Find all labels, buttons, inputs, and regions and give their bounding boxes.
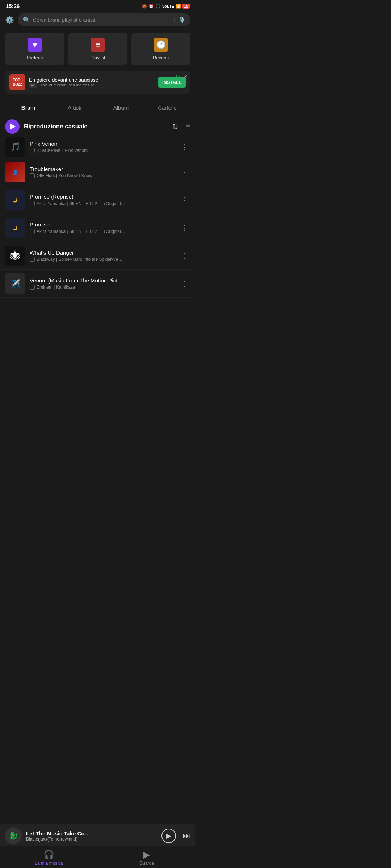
song-meta-troublemaker: Olly Murs | You Know I Know — [30, 173, 175, 178]
song-title-troublemaker: Troublemaker — [30, 166, 175, 172]
song-meta-pink-venom: BLACKPINK | Pink Venom — [30, 148, 175, 153]
song-info-venom: Venom (Music From The Motion Pict… Emine… — [30, 277, 175, 290]
song-info-pink-venom: Pink Venom BLACKPINK | Pink Venom — [30, 141, 175, 153]
mute-icon: 🔕 — [142, 4, 147, 9]
filter2-icon[interactable]: ≡ — [186, 123, 190, 131]
song-more-promise[interactable]: ⋮ — [179, 222, 190, 234]
playlist-icon: ≡ — [91, 38, 105, 52]
song-info-promise: Promise Akira Yamaoka | SILENT HILL2 （Or… — [30, 221, 175, 235]
song-dl-icon-p — [30, 229, 35, 234]
ad-badge: AD — [29, 83, 37, 88]
sort-icon[interactable]: ⇅ — [172, 122, 178, 131]
song-meta-promise: Akira Yamaoka | SILENT HILL2 （Original… — [30, 229, 175, 235]
play-triangle-icon — [10, 123, 16, 130]
alarm-icon: ⏰ — [148, 4, 154, 9]
song-dl-icon — [30, 148, 35, 153]
tab-cartelle[interactable]: Cartelle — [144, 102, 190, 114]
song-item-troublemaker[interactable]: 👤 Troublemaker Olly Murs | You Know I Kn… — [0, 158, 196, 186]
search-container: ⚙️ 🔍 Cerca brani, playlist e artisti | 🎙… — [0, 10, 196, 29]
headphone-icon: 🎧 — [155, 4, 161, 9]
song-info-promise-reprise: Promise (Reprise) Akira Yamaoka | SILENT… — [30, 193, 175, 207]
quick-access: ♥ Preferiti ≡ Playlist 🕐 Recenti — [0, 29, 196, 69]
song-dl-icon-v — [30, 285, 35, 290]
song-artist-venom: Eminem | Kamikaze — [37, 285, 75, 290]
song-artist-promise: Akira Yamaoka | SILENT HILL2 （Original… — [37, 229, 125, 235]
quick-access-playlist[interactable]: ≡ Playlist — [68, 33, 127, 65]
tab-artisti[interactable]: Artisti — [51, 102, 98, 114]
preferiti-icon: ♥ — [28, 38, 42, 52]
search-divider: | — [174, 17, 175, 23]
song-title-pink-venom: Pink Venom — [30, 141, 175, 147]
playlist-label: Playlist — [90, 55, 105, 60]
song-item-promise-reprise[interactable]: 🌙 Promise (Reprise) Akira Yamaoka | SILE… — [0, 186, 196, 214]
song-thumb-venom: ✈️ — [5, 273, 25, 294]
song-item-whats-up-danger[interactable]: 🕷 What's Up Danger Blackway | Spider-Man… — [0, 242, 196, 270]
song-title-promise-reprise: Promise (Reprise) — [30, 193, 175, 200]
song-thumb-promise-reprise: 🌙 — [5, 190, 25, 210]
song-title-venom: Venom (Music From The Motion Pict… — [30, 277, 175, 284]
song-artist-troublemaker: Olly Murs | You Know I Know — [37, 173, 92, 178]
song-title-whats-up: What's Up Danger — [30, 250, 175, 256]
song-thumb-pink-venom: 🎵 — [5, 137, 25, 157]
song-thumb-whats-up: 🕷 — [5, 246, 25, 266]
search-bar[interactable]: 🔍 Cerca brani, playlist e artisti | 🎙️ — [18, 13, 190, 26]
ad-text: En galère devant une saucisse AD Drôle e… — [29, 77, 154, 88]
tab-brani[interactable]: Brani — [5, 102, 51, 114]
tabs: Brani Artisti Album Cartelle — [0, 97, 196, 114]
playback-header: Riproduzione casuale ⇅ ≡ — [0, 114, 196, 137]
filter-icon[interactable]: ⚙️ — [5, 16, 14, 24]
song-artist-promise-reprise: Akira Yamaoka | SILENT HILL2 （Original… — [37, 201, 125, 207]
song-meta-venom: Eminem | Kamikaze — [30, 285, 175, 290]
quick-access-recenti[interactable]: 🕐 Recenti — [131, 33, 190, 65]
volte-icon: VoLTE — [162, 4, 174, 8]
song-title-promise: Promise — [30, 221, 175, 227]
song-list: 🎵 Pink Venom BLACKPINK | Pink Venom ⋮ 👤 … — [0, 137, 196, 298]
song-more-promise-reprise[interactable]: ⋮ — [179, 194, 190, 206]
song-info-troublemaker: Troublemaker Olly Murs | You Know I Know — [30, 166, 175, 178]
status-time: 15:26 — [6, 3, 20, 9]
song-dl-icon-tm — [30, 173, 35, 178]
quick-access-preferiti[interactable]: ♥ Preferiti — [5, 33, 64, 65]
ad-install-button[interactable]: INSTALL — [158, 77, 186, 88]
shuffle-play-button[interactable] — [5, 119, 20, 134]
recenti-label: Recenti — [153, 55, 169, 60]
song-more-pink-venom[interactable]: ⋮ — [179, 141, 190, 153]
song-item-pink-venom[interactable]: 🎵 Pink Venom BLACKPINK | Pink Venom ⋮ — [0, 137, 196, 158]
song-item-promise[interactable]: 🌙 Promise Akira Yamaoka | SILENT HILL2 （… — [0, 214, 196, 242]
battery-level: 15 — [182, 4, 190, 9]
song-dl-icon-pr — [30, 201, 35, 206]
search-icon: 🔍 — [23, 16, 30, 23]
ad-play-icon: ▷ — [176, 73, 180, 79]
song-thumb-promise: 🌙 — [5, 218, 25, 238]
song-meta-whats-up: Blackway | Spider-Man: Into the Spider-V… — [30, 257, 175, 262]
song-more-whats-up[interactable]: ⋮ — [179, 250, 190, 261]
ad-logo: TOPBUZZ — [9, 74, 25, 90]
song-artist-whats-up: Blackway | Spider-Man: Into the Spider-V… — [37, 257, 122, 262]
song-meta-promise-reprise: Akira Yamaoka | SILENT HILL2 （Original… — [30, 201, 175, 207]
song-dl-icon-wu — [30, 257, 35, 262]
status-bar: 15:26 🔕 ⏰ 🎧 VoLTE 📶 15 — [0, 0, 196, 10]
recenti-icon: 🕐 — [154, 38, 168, 52]
ad-title: En galère devant une saucisse — [29, 77, 154, 83]
mic-icon[interactable]: 🎙️ — [178, 16, 185, 23]
preferiti-label: Preferiti — [27, 55, 43, 60]
ad-close-button[interactable]: ✕ — [183, 73, 188, 80]
ad-subtitle: AD Drôle et mignon, ses maîtres so… — [29, 83, 154, 88]
ad-banner: TOPBUZZ En galère devant une saucisse AD… — [5, 71, 190, 94]
song-more-venom[interactable]: ⋮ — [179, 278, 190, 289]
song-thumb-troublemaker: 👤 — [5, 162, 25, 182]
song-artist-pink-venom: BLACKPINK | Pink Venom — [37, 148, 88, 153]
song-info-whats-up: What's Up Danger Blackway | Spider-Man: … — [30, 250, 175, 262]
search-input[interactable]: Cerca brani, playlist e artisti — [33, 17, 171, 23]
tab-album[interactable]: Album — [98, 102, 144, 114]
playback-title: Riproduzione casuale — [24, 123, 164, 130]
song-more-troublemaker[interactable]: ⋮ — [179, 166, 190, 178]
signal-icon: 📶 — [176, 4, 181, 9]
song-item-venom[interactable]: ✈️ Venom (Music From The Motion Pict… Em… — [0, 270, 196, 298]
status-icons: 🔕 ⏰ 🎧 VoLTE 📶 15 — [142, 4, 190, 9]
